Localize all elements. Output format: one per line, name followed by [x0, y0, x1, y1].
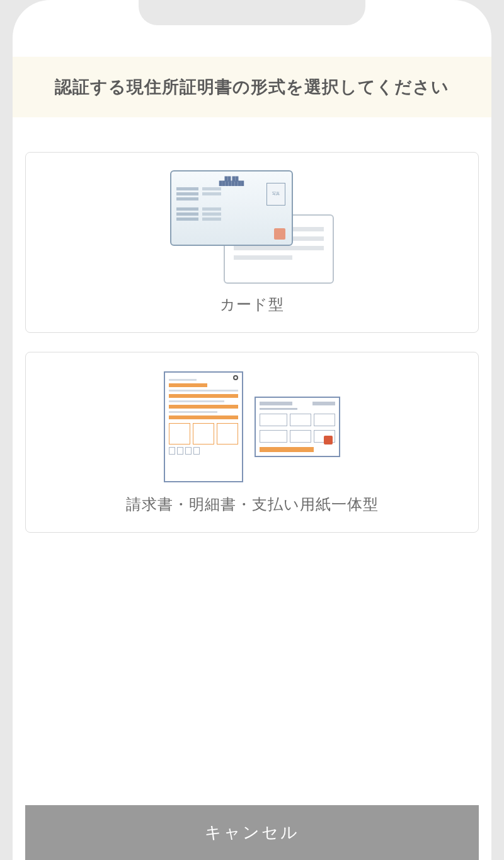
option-illustration: ██ ██ ████████ 写真 — [38, 165, 466, 288]
option-illustration — [38, 365, 466, 488]
phone-screen: 認証する現住所証明書の形式を選択してください ██ ██ ████████ — [13, 0, 491, 860]
footer: キャンセル — [13, 805, 491, 860]
bill-document-icon — [164, 370, 340, 484]
page-title: 認証する現住所証明書の形式を選択してください — [25, 76, 479, 98]
option-card-type[interactable]: ██ ██ ████████ 写真 — [25, 152, 479, 333]
id-card-icon: ██ ██ ████████ 写真 — [170, 170, 334, 284]
cancel-button[interactable]: キャンセル — [25, 805, 479, 860]
option-label: カード型 — [38, 294, 466, 315]
option-label: 請求書・明細書・支払い用紙一体型 — [38, 494, 466, 514]
phone-notch — [139, 0, 365, 25]
header: 認証する現住所証明書の形式を選択してください — [13, 57, 491, 117]
phone-frame: 認証する現住所証明書の形式を選択してください ██ ██ ████████ — [0, 0, 504, 860]
option-bill-type[interactable]: 請求書・明細書・支払い用紙一体型 — [25, 352, 479, 533]
options-list: ██ ██ ████████ 写真 — [13, 152, 491, 533]
main-content: 認証する現住所証明書の形式を選択してください ██ ██ ████████ — [13, 25, 491, 533]
